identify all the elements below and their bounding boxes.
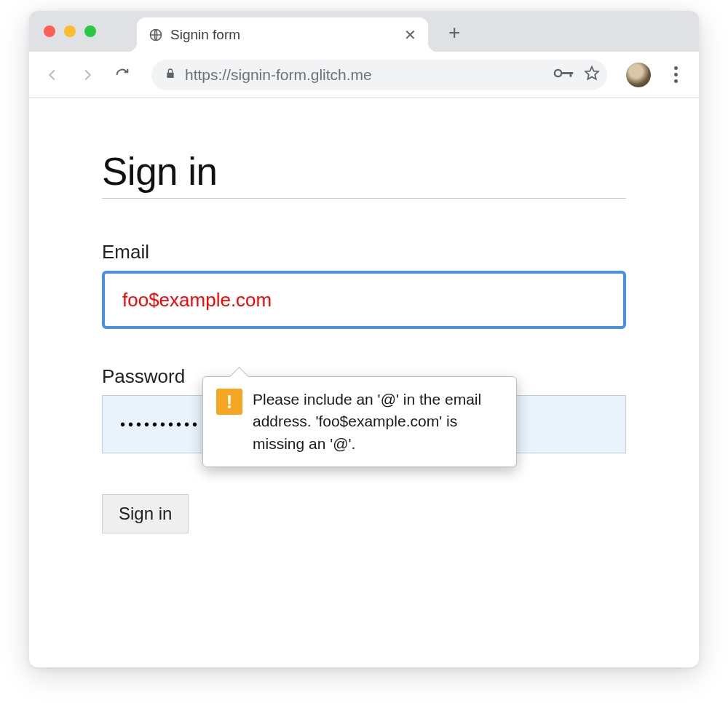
email-label: Email (102, 241, 626, 263)
url-text: https://signin-form.glitch.me (185, 66, 545, 84)
bookmark-star-icon[interactable] (584, 65, 600, 84)
close-window-button[interactable] (44, 25, 55, 37)
maximize-window-button[interactable] (84, 25, 96, 37)
close-tab-icon[interactable]: ✕ (404, 26, 416, 44)
profile-avatar[interactable] (626, 63, 651, 87)
warning-icon: ! (216, 389, 242, 415)
globe-icon (149, 28, 163, 42)
browser-toolbar: https://signin-form.glitch.me (29, 52, 699, 98)
reload-button[interactable] (108, 60, 137, 90)
browser-tab[interactable]: Signin form ✕ (137, 17, 428, 52)
email-field[interactable] (102, 271, 626, 329)
forward-button[interactable] (73, 60, 102, 90)
address-bar[interactable]: https://signin-form.glitch.me (151, 60, 607, 90)
tab-title: Signin form (170, 27, 397, 43)
new-tab-button[interactable]: + (448, 21, 460, 44)
window-controls (44, 25, 96, 37)
validation-tooltip: ! Please include an '@' in the email add… (202, 376, 517, 467)
back-button[interactable] (38, 60, 67, 90)
key-icon[interactable] (553, 68, 575, 82)
signin-button[interactable]: Sign in (102, 494, 189, 533)
lock-icon (165, 68, 176, 82)
svg-point-1 (555, 70, 561, 76)
page-content: Sign in Email Password Sign in (29, 98, 699, 584)
page-title: Sign in (102, 149, 626, 199)
browser-menu-button[interactable] (661, 66, 690, 83)
svg-rect-3 (570, 72, 572, 77)
titlebar: Signin form ✕ + (29, 11, 699, 52)
minimize-window-button[interactable] (64, 25, 76, 37)
browser-window: Signin form ✕ + https://signin-form.glit… (29, 11, 699, 667)
validation-message: Please include an '@' in the email addre… (253, 389, 503, 455)
